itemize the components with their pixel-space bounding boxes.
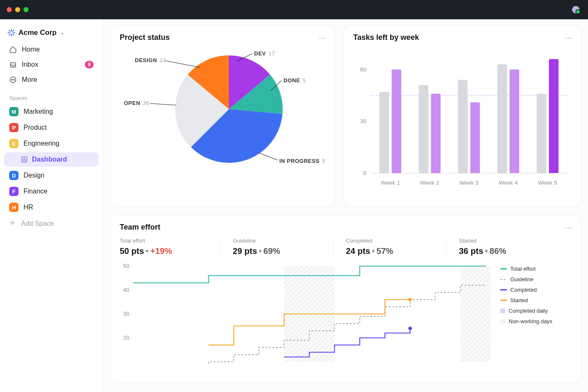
nav-more[interactable]: More (4, 72, 99, 87)
legend-item[interactable]: Guideline (500, 274, 572, 285)
space-color-icon: D (9, 171, 18, 180)
card-menu-button[interactable]: ⋯ (319, 33, 327, 42)
nav-home[interactable]: Home (4, 42, 99, 57)
close-window-icon[interactable] (7, 7, 12, 12)
inbox-badge: 9 (85, 61, 94, 68)
card-tasks-left: Tasks left by week ⋯ 03060Week 1Week 2We… (344, 25, 581, 206)
space-color-icon: M (9, 107, 18, 116)
maximize-window-icon[interactable] (24, 7, 29, 12)
svg-rect-23 (392, 70, 402, 173)
svg-rect-32 (509, 70, 519, 173)
dashboard-label: Dashboard (32, 156, 67, 163)
metric: Started 36 pts•86% (459, 238, 559, 256)
svg-rect-41 (461, 266, 491, 362)
plus-icon (9, 220, 16, 228)
sidebar-item-hr[interactable]: HHR (4, 199, 99, 215)
workspace-icon (8, 29, 15, 37)
legend-item[interactable]: Completed daily (500, 306, 572, 316)
svg-point-47 (408, 298, 412, 301)
svg-text:Week 5: Week 5 (538, 180, 557, 186)
legend-item[interactable]: Started (500, 295, 572, 306)
svg-line-4 (9, 31, 10, 32)
pie-label: OPEN 36 (124, 100, 149, 106)
svg-line-6 (13, 31, 14, 32)
sidebar-item-marketing[interactable]: MMarketing (4, 104, 99, 120)
spaces-section-label: Spaces (4, 87, 99, 104)
card-title: Project status (120, 33, 326, 42)
workspace-switcher[interactable]: Acme Corp ⌄ (4, 25, 99, 42)
bar-chart: 03060Week 1Week 2Week 3Week 4Week 5 (353, 48, 572, 191)
metric: Total effort 50 pts•+19% (120, 238, 220, 256)
space-color-icon: E (9, 139, 18, 148)
card-team-effort: Team effort ⋯ Total effort 50 pts•+19%Gu… (110, 215, 581, 383)
svg-text:Week 2: Week 2 (420, 180, 439, 186)
pie-label: IN PROGRESS 5 (279, 158, 326, 164)
dashboard-icon (21, 156, 28, 163)
space-color-icon: H (9, 203, 18, 212)
svg-text:30: 30 (360, 118, 366, 124)
nav-inbox[interactable]: Inbox 9 (4, 57, 99, 72)
svg-rect-25 (419, 85, 428, 173)
svg-point-9 (11, 79, 12, 80)
space-label: Marketing (24, 108, 53, 115)
svg-rect-31 (497, 64, 507, 173)
svg-text:0: 0 (363, 170, 367, 176)
sidebar: Acme Corp ⌄ Home Inbox 9 More Spaces MMa… (0, 19, 103, 392)
metric-label: Started (459, 238, 546, 244)
svg-text:60: 60 (360, 66, 366, 73)
metric-value: 36 pts•86% (459, 246, 546, 256)
effort-line-chart: 20304050 (120, 264, 490, 364)
svg-rect-34 (537, 94, 546, 173)
nav-label: Home (22, 46, 40, 53)
card-menu-button[interactable]: ⋯ (565, 223, 573, 232)
pie-label: DESIGN 12 (135, 57, 166, 63)
card-menu-button[interactable]: ⋯ (565, 33, 573, 42)
card-project-status: Project status ⋯ DEV 17DONE 5IN PROGRESS… (110, 25, 335, 206)
main-content: Project status ⋯ DEV 17DONE 5IN PROGRESS… (103, 19, 588, 392)
pie-label: DEV 17 (254, 50, 275, 57)
space-color-icon: P (9, 123, 18, 132)
svg-text:Week 3: Week 3 (459, 180, 479, 186)
avatar[interactable] (571, 5, 580, 14)
add-space-button[interactable]: Add Space (4, 215, 99, 232)
svg-text:50: 50 (123, 264, 129, 269)
legend-item[interactable]: Total effort (500, 264, 572, 274)
nav-label: Inbox (22, 61, 38, 68)
add-space-label: Add Space (21, 220, 54, 227)
space-label: Finance (24, 188, 47, 195)
svg-text:40: 40 (123, 287, 129, 293)
effort-legend: Total effort Guideline Completed Started… (500, 264, 572, 364)
svg-text:Week 1: Week 1 (381, 180, 400, 186)
minimize-window-icon[interactable] (15, 7, 20, 12)
chevron-down-icon: ⌄ (60, 30, 64, 36)
metric: Completed 24 pts•57% (346, 238, 446, 256)
svg-line-7 (9, 34, 10, 35)
legend-item[interactable]: Non-working days (500, 316, 572, 327)
window-controls[interactable] (7, 7, 29, 12)
space-label: Product (24, 124, 47, 131)
metric-value: 29 pts•69% (233, 246, 320, 256)
sidebar-item-finance[interactable]: FFinance (4, 183, 99, 199)
sidebar-item-design[interactable]: DDesign (4, 167, 99, 183)
metric: Guideline 29 pts•69% (233, 238, 333, 256)
svg-text:20: 20 (123, 335, 129, 341)
metric-value: 50 pts•+19% (120, 246, 207, 256)
metric-value: 24 pts•57% (346, 246, 433, 256)
svg-point-10 (13, 79, 13, 80)
svg-rect-28 (458, 80, 468, 173)
nav-label: More (22, 76, 37, 84)
space-label: Engineering (24, 140, 59, 147)
svg-point-46 (408, 327, 412, 330)
sidebar-item-engineering[interactable]: EEngineering (4, 136, 99, 152)
space-label: HR (24, 204, 33, 211)
pie-label: DONE 5 (284, 77, 306, 84)
svg-rect-26 (431, 94, 441, 173)
svg-line-5 (13, 34, 14, 35)
effort-metrics: Total effort 50 pts•+19%Guideline 29 pts… (120, 238, 572, 256)
space-label: Design (24, 172, 45, 179)
legend-item[interactable]: Completed (500, 285, 572, 295)
sidebar-item-product[interactable]: PProduct (4, 120, 99, 136)
metric-label: Completed (346, 238, 433, 244)
sidebar-item-dashboard[interactable]: Dashboard (4, 152, 99, 167)
space-color-icon: F (9, 187, 18, 196)
